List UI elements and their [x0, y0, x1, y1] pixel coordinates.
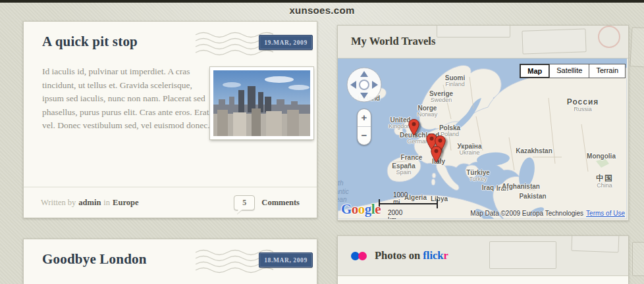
post-title[interactable]: A quick pit stop — [42, 34, 138, 50]
google-map[interactable]: North Atlantic Ocean IcelandSuomiFinland… — [338, 59, 627, 219]
map-label: Kazakhstan — [516, 147, 552, 154]
city-skyline-image — [213, 70, 310, 136]
post-footer: Written by admin in Europe 5 Comments — [24, 187, 317, 218]
post-date-stamp: 19.MAR, 2009 — [259, 35, 313, 50]
map-label: Iraq — [482, 184, 494, 191]
postmark: 18.MAR, 2009 — [205, 245, 317, 277]
written-by-label: Written by — [41, 198, 76, 208]
map-label: Afghanistan — [502, 183, 540, 190]
post-photo[interactable] — [210, 67, 313, 139]
map-marker[interactable] — [408, 119, 419, 139]
zoom-out-button[interactable]: − — [358, 127, 371, 145]
map-label: Pakistan — [519, 193, 546, 200]
map-copyright: Map Data ©2009 Europa TechnologiesTerms … — [470, 210, 625, 217]
map-widget-header: My World Travels — [338, 26, 628, 59]
watermark-stamp — [522, 28, 586, 54]
post-card: A quick pit stop 19.MAR, 2009 Id iaculis… — [23, 21, 317, 218]
flickr-widget-header: Photos on flickr — [338, 236, 628, 276]
flickr-widget-body — [338, 276, 628, 284]
map-widget-title: My World Travels — [351, 35, 435, 48]
terms-of-use-link[interactable]: Terms of Use — [586, 210, 625, 217]
map-type-control: MapSatelliteTerrain — [520, 64, 626, 78]
copyright-text: Map Data ©2009 Europa Technologies — [470, 210, 583, 217]
post-card: Goodbye London 18.MAR, 2009 — [23, 239, 317, 284]
scale-km: 2000 km — [388, 209, 402, 219]
map-widget: My World Travels — [337, 25, 629, 221]
page: xunsoes.com A quick pit stop 19.MAR, 200… — [0, 0, 644, 284]
category-link[interactable]: Europe — [113, 198, 138, 208]
flickr-pink-dot-icon — [358, 252, 367, 260]
flickr-widget-title: Photos on flickr — [375, 249, 448, 262]
in-label: in — [103, 198, 110, 208]
map-label: SverigeSweden — [429, 90, 453, 104]
map-label: France — [401, 154, 423, 161]
flickr-dots-icon — [351, 252, 371, 261]
watermark-stamp — [571, 236, 619, 252]
map-label: РоссияRussia — [567, 98, 599, 113]
map-label: УкраїнаUkraine — [458, 143, 482, 156]
map-marker[interactable] — [431, 146, 442, 166]
watermark-stamp — [437, 26, 510, 37]
map-label: Mongolia — [587, 153, 616, 160]
flickr-brand-link[interactable]: flickr — [423, 249, 448, 262]
post-body: Id iaculis id, pulvinar ut imperdiet. A … — [42, 65, 211, 133]
scale-bar — [379, 199, 438, 208]
top-bar — [0, 0, 644, 3]
ocean-label: North Atlantic Ocean — [338, 179, 349, 204]
watermark-stamp — [630, 27, 644, 68]
flickr-widget: Photos on flickr — [337, 235, 629, 284]
site-title[interactable]: xunsoes.com — [0, 5, 644, 16]
map-type-satellite-button[interactable]: Satellite — [549, 64, 589, 78]
map-label: TürkiyeTurkey — [466, 169, 490, 183]
map-label: SuomiFinland — [445, 74, 466, 88]
map-type-map-button[interactable]: Map — [520, 64, 550, 78]
comments-link[interactable]: Comments — [261, 198, 300, 208]
postmark: 19.MAR, 2009 — [205, 27, 317, 60]
google-logo[interactable]: Google — [341, 201, 381, 218]
post-date-stamp: 18.MAR, 2009 — [259, 252, 313, 268]
map-label: 中国China — [596, 174, 613, 189]
comments-bubble[interactable]: 5 — [234, 195, 255, 210]
watermark-stamp — [489, 241, 556, 269]
watermark-stamp — [632, 242, 644, 276]
post-title[interactable]: Goodbye London — [42, 251, 147, 268]
flickr-title-prefix: Photos on — [375, 249, 420, 262]
author-link[interactable]: admin — [78, 198, 101, 208]
map-type-terrain-button[interactable]: Terrain — [589, 64, 626, 78]
zoom-in-button[interactable]: + — [358, 109, 371, 127]
watermark-postmark-circle — [598, 26, 620, 48]
map-label: NorgeNorway — [417, 105, 438, 118]
map-pan-control[interactable] — [346, 66, 383, 103]
map-zoom-control: + − — [357, 108, 371, 145]
map-label: EspañaSpain — [392, 162, 416, 176]
